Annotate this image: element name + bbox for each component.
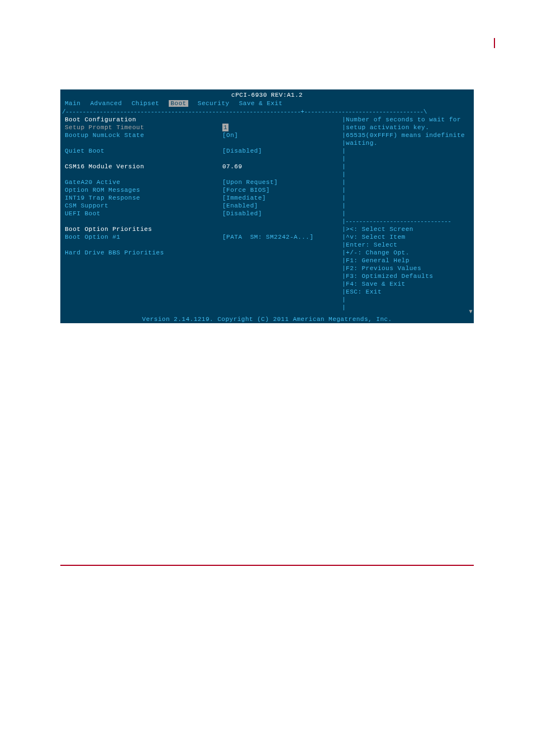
csm-support-value[interactable]: [Enabled]	[222, 202, 258, 210]
help-key-esc: ESC: Exit	[346, 288, 382, 296]
menu-boot[interactable]: Boot	[169, 100, 188, 107]
help-line4: waiting.	[346, 139, 378, 147]
uefi-boot-label[interactable]: UEFI Boot	[65, 210, 222, 218]
help-key-f4: F4: Save & Exit	[346, 280, 406, 288]
top-border: /---------------------------------------…	[60, 108, 474, 116]
setup-prompt-label[interactable]: Setup Prompt Timeout	[65, 124, 222, 131]
menu-main[interactable]: Main	[65, 100, 80, 107]
menu-chipset[interactable]: Chipset	[131, 100, 159, 107]
csm16-label: CSM16 Module Version	[65, 163, 222, 171]
page-divider	[60, 565, 474, 566]
help-pane: |Number of seconds to wait for |setup ac…	[339, 116, 472, 311]
page-cursor	[494, 38, 495, 48]
hdd-bbs-label[interactable]: Hard Drive BBS Priorities	[65, 249, 222, 257]
help-divider: |-------------------------------	[342, 218, 472, 225]
quiet-boot-label[interactable]: Quiet Boot	[65, 147, 222, 155]
help-key-item: ^v: Select Item	[346, 233, 406, 241]
help-key-f1: F1: General Help	[346, 257, 410, 264]
gatea20-value[interactable]: [Upon Request]	[222, 178, 278, 186]
help-key-screen: ><: Select Screen	[346, 225, 413, 233]
help-line1: Number of seconds to wait for	[346, 116, 461, 124]
uefi-boot-value[interactable]: [Disabled]	[222, 210, 262, 218]
int19-value[interactable]: [Immediate]	[222, 194, 266, 202]
boot-option-1-label[interactable]: Boot Option #1	[65, 233, 222, 241]
numlock-value[interactable]: [On]	[222, 131, 238, 139]
gatea20-label[interactable]: GateA20 Active	[65, 178, 222, 186]
help-key-select: Enter: Select	[346, 241, 397, 249]
csm16-value: 07.69	[222, 163, 242, 171]
boot-option-1-value[interactable]: [PATA SM: SM2242-A...]	[222, 233, 313, 241]
bios-footer: Version 2.14.1219. Copyright (C) 2011 Am…	[60, 315, 474, 323]
content-area: Boot Configuration Setup Prompt Timeout …	[60, 116, 474, 311]
csm-support-label[interactable]: CSM Support	[65, 202, 222, 210]
help-line2: setup activation key.	[346, 124, 429, 131]
scroll-arrow-icon: ▼	[469, 308, 473, 315]
menu-bar: Main Advanced Chipset Boot Security Save…	[60, 99, 474, 107]
section-boot-config: Boot Configuration	[65, 116, 222, 124]
bios-title: cPCI-6930 REV:A1.2	[60, 89, 474, 99]
option-rom-value[interactable]: [Force BIOS]	[222, 186, 270, 194]
help-key-f3: F3: Optimized Defaults	[346, 272, 433, 280]
left-pane: Boot Configuration Setup Prompt Timeout …	[60, 116, 339, 311]
option-rom-label[interactable]: Option ROM Messages	[65, 186, 222, 194]
menu-security[interactable]: Security	[198, 100, 230, 107]
menu-advanced[interactable]: Advanced	[91, 100, 122, 107]
quiet-boot-value[interactable]: [Disabled]	[222, 147, 262, 155]
help-key-f2: F2: Previous Values	[346, 264, 421, 272]
int19-label[interactable]: INT19 Trap Response	[65, 194, 222, 202]
menu-save-exit[interactable]: Save & Exit	[239, 100, 283, 107]
boot-priorities-header: Boot Option Priorities	[65, 225, 222, 233]
bios-window: cPCI-6930 REV:A1.2 Main Advanced Chipset…	[60, 89, 474, 323]
help-key-change: +/-: Change Opt.	[346, 249, 410, 257]
help-line3: 65535(0xFFFF) means indefinite	[346, 131, 465, 139]
setup-prompt-value[interactable]: 1	[222, 124, 240, 131]
numlock-label[interactable]: Bootup NumLock State	[65, 131, 222, 139]
